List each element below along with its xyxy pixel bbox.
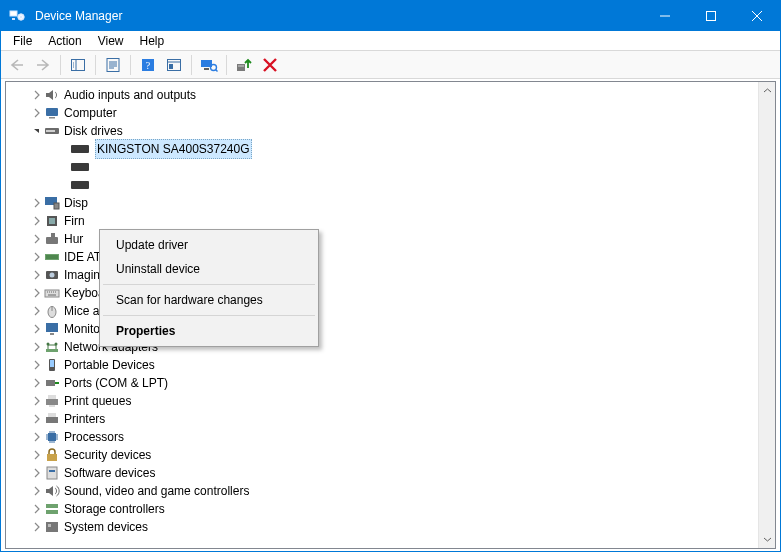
toolbar-sep [226,55,227,75]
svg-rect-37 [46,380,55,386]
chevron-down-icon[interactable] [32,126,44,136]
toolbar-sep [95,55,96,75]
device-manager-window: Device Manager File Action View Help [0,0,781,552]
chevron-right-icon[interactable] [32,450,44,460]
tree-category[interactable]: Audio inputs and outputs [10,86,775,104]
tree-category[interactable]: Computer [10,104,775,122]
minimize-button[interactable] [642,1,688,31]
svg-rect-38 [46,399,58,405]
chevron-right-icon[interactable] [32,342,44,352]
update-driver-button[interactable] [232,53,256,77]
device-label: KINGSTON SA400S37240G [95,139,252,159]
toolbar-sep [191,55,192,75]
context-uninstall[interactable]: Uninstall device [102,257,316,281]
category-label: Hur [64,230,83,248]
chevron-right-icon[interactable] [32,468,44,478]
chevron-right-icon[interactable] [32,378,44,388]
close-button[interactable] [734,1,780,31]
properties-button[interactable] [101,53,125,77]
show-hide-tree-button[interactable] [66,53,90,77]
category-icon [44,87,64,103]
scroll-up-icon[interactable] [759,82,776,99]
category-label: Firn [64,212,85,230]
category-label: Disk drives [64,122,123,140]
chevron-right-icon[interactable] [32,270,44,280]
svg-rect-32 [46,349,58,352]
chevron-right-icon[interactable] [32,360,44,370]
chevron-right-icon[interactable] [32,234,44,244]
svg-rect-50 [48,524,51,527]
svg-rect-36 [50,360,54,367]
svg-rect-49 [46,522,58,532]
chevron-right-icon[interactable] [32,486,44,496]
category-icon [44,483,64,499]
forward-button[interactable] [31,53,55,77]
chevron-right-icon[interactable] [32,504,44,514]
tree-category[interactable]: Processors [10,428,775,446]
chevron-right-icon[interactable] [32,216,44,226]
svg-rect-46 [49,470,55,472]
category-icon [44,321,64,337]
menu-file[interactable]: File [5,33,40,49]
tree-category[interactable]: Software devices [10,464,775,482]
svg-rect-41 [46,417,58,423]
chevron-right-icon[interactable] [32,198,44,208]
category-icon [44,501,64,517]
svg-rect-31 [50,333,54,335]
category-icon [44,303,64,319]
tree-category[interactable]: Sound, video and game controllers [10,482,775,500]
context-scan-hardware[interactable]: Scan for hardware changes [102,288,316,312]
category-label: System devices [64,518,148,536]
svg-rect-45 [47,467,57,479]
menu-action[interactable]: Action [40,33,89,49]
category-icon [44,339,64,355]
vertical-scrollbar[interactable] [758,82,775,548]
tree-device[interactable] [10,176,775,194]
category-icon [44,519,64,535]
svg-rect-13 [237,64,245,71]
tree-category[interactable]: Ports (COM & LPT) [10,374,775,392]
category-label: Storage controllers [64,500,165,518]
menu-view[interactable]: View [90,33,132,49]
scroll-down-icon[interactable] [759,531,776,548]
tree-category[interactable]: Portable Devices [10,356,775,374]
chevron-right-icon[interactable] [32,90,44,100]
tree-category[interactable]: Security devices [10,446,775,464]
chevron-right-icon[interactable] [32,306,44,316]
category-icon [44,213,64,229]
svg-rect-5 [107,58,119,71]
action-panel-button[interactable] [162,53,186,77]
uninstall-button[interactable] [258,53,282,77]
chevron-right-icon[interactable] [32,108,44,118]
context-update-driver[interactable]: Update driver [102,233,316,257]
chevron-right-icon[interactable] [32,522,44,532]
tree-device[interactable] [10,158,775,176]
tree-category[interactable]: Firn [10,212,775,230]
maximize-button[interactable] [688,1,734,31]
chevron-right-icon[interactable] [32,288,44,298]
chevron-right-icon[interactable] [32,396,44,406]
tree-category[interactable]: System devices [10,518,775,536]
chevron-right-icon[interactable] [32,414,44,424]
tree-category[interactable]: Print queues [10,392,775,410]
svg-point-33 [47,343,50,346]
chevron-right-icon[interactable] [32,432,44,442]
chevron-right-icon[interactable] [32,324,44,334]
help-button[interactable]: ? [136,53,160,77]
back-button[interactable] [5,53,29,77]
scan-hardware-button[interactable] [197,53,221,77]
category-icon [44,465,64,481]
menu-help[interactable]: Help [132,33,173,49]
category-label: Audio inputs and outputs [64,86,196,104]
context-properties[interactable]: Properties [102,319,316,343]
tree-category[interactable]: Disk drives [10,122,775,140]
tree-device[interactable]: KINGSTON SA400S37240G [10,140,775,158]
chevron-right-icon[interactable] [32,252,44,262]
tree-category[interactable]: Printers [10,410,775,428]
svg-rect-48 [46,510,58,514]
svg-rect-16 [49,117,55,119]
tree-category[interactable]: Storage controllers [10,500,775,518]
svg-rect-22 [49,218,55,224]
tree-category[interactable]: Disp [10,194,775,212]
category-label: Sound, video and game controllers [64,482,249,500]
